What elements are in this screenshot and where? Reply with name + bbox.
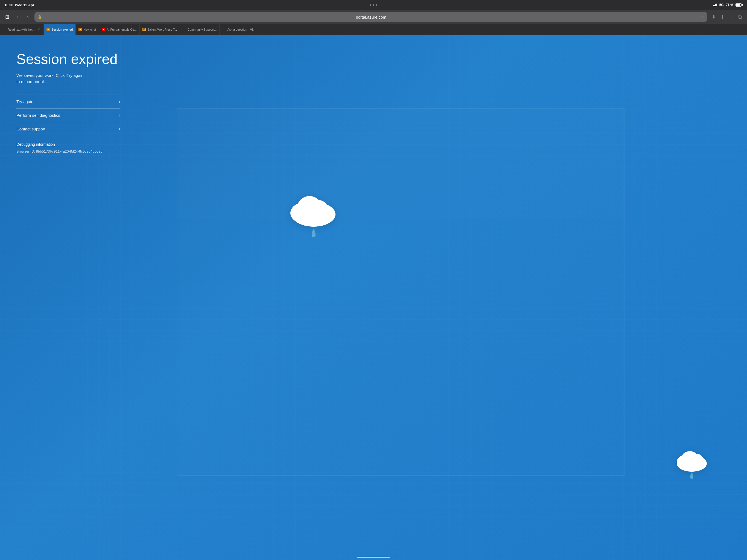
new-tab-button[interactable]: + bbox=[727, 13, 735, 21]
tab-favicon-ms bbox=[3, 28, 6, 31]
cloud-main bbox=[286, 193, 341, 241]
try-again-action[interactable]: Try again › bbox=[17, 95, 120, 108]
back-button[interactable]: ‹ bbox=[14, 13, 21, 21]
tab-label-ask-question: Ask a question - Mi... bbox=[227, 28, 255, 31]
network-type: 5G bbox=[719, 3, 724, 7]
status-date: Wed 12 Apr bbox=[15, 3, 34, 7]
battery-fill bbox=[736, 4, 740, 6]
status-time: 10.30 bbox=[4, 3, 14, 7]
tab-label-session-expired: Session expired bbox=[51, 28, 73, 31]
browser-id-text: Browser ID: 8bb5173f-c911-4a20-8d24-8c5c… bbox=[17, 149, 102, 153]
tab-label-community-support: Community Support... bbox=[187, 28, 216, 31]
cloud-main-icon bbox=[286, 193, 341, 228]
battery-tip bbox=[742, 4, 743, 6]
browser-id-value: 8bb5173f-c911-4a20-8d24-8c5c8d4b008b bbox=[36, 149, 103, 153]
signal-bar-2 bbox=[714, 5, 715, 6]
status-right: 5G 71 % bbox=[713, 3, 743, 7]
browser-chrome: ⊞ ‹ › 🔒 portal.azure.com ↻ ⬇ ⬆ + ⧉ bbox=[0, 10, 747, 24]
tab-community-support[interactable]: Community Support... bbox=[180, 24, 220, 35]
tab-ai-fundamentals[interactable]: ▶ AI Fundamentals Ce... bbox=[99, 24, 139, 35]
debug-section: Debugging information Browser ID: 8bb517… bbox=[17, 142, 120, 154]
dot2 bbox=[373, 4, 374, 6]
cloud-small bbox=[674, 449, 710, 481]
tab-favicon-ms-3 bbox=[222, 28, 226, 31]
page-subtitle: We saved your work. Click 'Try again'to … bbox=[17, 73, 120, 85]
reload-button[interactable]: ↻ bbox=[700, 15, 704, 20]
tab-salient[interactable]: 🏴 Salient WordPress T... bbox=[140, 24, 180, 35]
tab-read-text[interactable]: Read text with the C... ✕ bbox=[0, 24, 44, 35]
home-indicator bbox=[357, 557, 390, 558]
self-diagnostics-action[interactable]: Perform self diagnostics › bbox=[17, 108, 120, 122]
status-center bbox=[370, 4, 377, 6]
self-diagnostics-label: Perform self diagnostics bbox=[17, 113, 60, 118]
battery-body bbox=[736, 3, 742, 6]
tab-close-read-text[interactable]: ✕ bbox=[37, 28, 41, 31]
signal-bar-1 bbox=[713, 5, 714, 6]
rain-drop-main bbox=[310, 228, 318, 241]
tabs-overview-button[interactable]: ⧉ bbox=[736, 13, 744, 21]
main-content: Session expired We saved your work. Clic… bbox=[0, 35, 747, 560]
lock-icon: 🔒 bbox=[38, 15, 42, 19]
tab-label-ai-fundamentals: AI Fundamentals Ce... bbox=[107, 28, 136, 31]
signal-bar-4 bbox=[716, 4, 717, 6]
tab-label-new-chat: New chat bbox=[83, 28, 96, 31]
contact-support-action[interactable]: Contact support › bbox=[17, 122, 120, 136]
dot3 bbox=[376, 4, 377, 6]
battery-icon bbox=[736, 3, 743, 6]
tab-favicon-claude: A bbox=[47, 28, 50, 31]
cloud-small-icon bbox=[674, 449, 710, 472]
download-button[interactable]: ⬇ bbox=[710, 13, 718, 21]
tab-favicon-ms-2 bbox=[183, 28, 186, 31]
tab-favicon-yt: ▶ bbox=[102, 28, 105, 31]
share-button[interactable]: ⬆ bbox=[719, 13, 726, 21]
signal-bar-3 bbox=[715, 4, 716, 6]
contact-support-label: Contact support bbox=[17, 127, 45, 131]
svg-point-3 bbox=[307, 200, 328, 219]
self-diagnostics-chevron-icon: › bbox=[119, 112, 120, 118]
contact-support-chevron-icon: › bbox=[119, 126, 120, 132]
browser-actions: ⬇ ⬆ + ⧉ bbox=[710, 13, 744, 21]
status-bar: 10.30 Wed 12 Apr 5G 71 % bbox=[0, 0, 747, 10]
debugging-information-link[interactable]: Debugging information bbox=[17, 142, 120, 147]
status-left: 10.30 Wed 12 Apr bbox=[4, 3, 34, 7]
tab-favicon-salient: 🏴 bbox=[143, 28, 146, 31]
page-title: Session expired bbox=[17, 51, 120, 67]
rain-drop-small bbox=[689, 472, 695, 481]
try-again-chevron-icon: › bbox=[119, 99, 120, 104]
tab-favicon-claude-2: A bbox=[78, 28, 82, 31]
try-again-label: Try again bbox=[17, 99, 33, 104]
tab-label-read-text: Read text with the C... bbox=[8, 28, 35, 31]
tab-session-expired[interactable]: A Session expired bbox=[44, 24, 76, 35]
battery-percent: 71 % bbox=[726, 3, 733, 7]
browser-id-label: Browser ID: bbox=[17, 149, 35, 153]
sidebar-toggle-button[interactable]: ⊞ bbox=[3, 13, 11, 21]
forward-button[interactable]: › bbox=[24, 13, 32, 21]
tab-ask-question[interactable]: Ask a question - Mi... bbox=[220, 24, 258, 35]
address-bar[interactable]: 🔒 portal.azure.com ↻ bbox=[34, 12, 707, 22]
session-content: Session expired We saved your work. Clic… bbox=[17, 51, 120, 154]
tabs-bar: Read text with the C... ✕ A Session expi… bbox=[0, 24, 747, 35]
url-text: portal.azure.com bbox=[44, 15, 699, 19]
tab-new-chat[interactable]: A New chat bbox=[76, 24, 99, 35]
signal-icon bbox=[713, 4, 717, 6]
svg-point-7 bbox=[688, 454, 703, 467]
dot1 bbox=[370, 4, 371, 6]
tab-label-salient: Salient WordPress T... bbox=[147, 28, 177, 31]
